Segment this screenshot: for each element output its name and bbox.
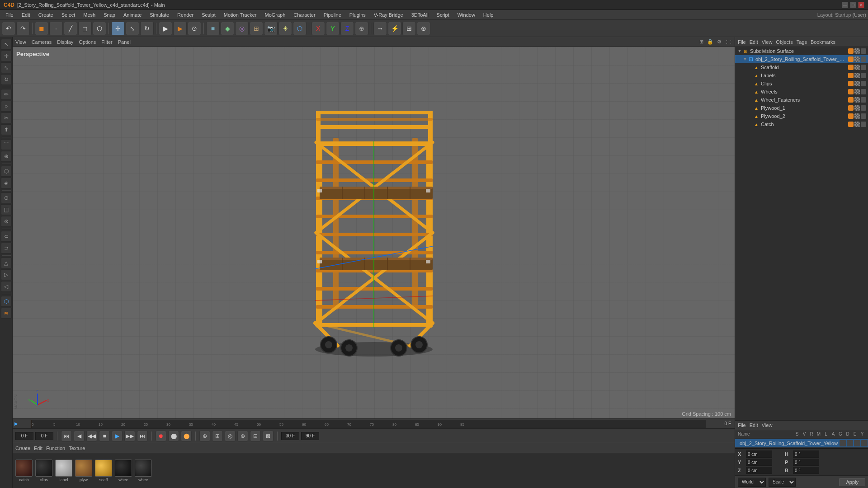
- menu-plugins[interactable]: Plugins: [346, 11, 369, 19]
- snap-tool[interactable]: ⊛: [1, 216, 12, 227]
- viewport[interactable]: Perspective: [13, 47, 735, 418]
- mat-create-tab[interactable]: Create: [15, 446, 30, 451]
- mat-s-btn[interactable]: [840, 440, 846, 446]
- obj-vis-scaffold[interactable]: [848, 65, 854, 70]
- menu-sculpt[interactable]: Sculpt: [198, 11, 219, 19]
- coord-y-input[interactable]: [746, 459, 772, 466]
- obj-row-labels[interactable]: ▲ Labels: [735, 71, 868, 80]
- obj-vis-wf[interactable]: [848, 97, 854, 103]
- rotate-tool[interactable]: ↻: [1, 74, 12, 85]
- poly-pen[interactable]: ✏: [1, 89, 12, 100]
- spline-draw[interactable]: ⌒: [1, 139, 12, 150]
- obj-row-plywood1[interactable]: ▲ Plywood_1: [735, 104, 868, 112]
- viewport-menu-cameras[interactable]: Cameras: [32, 39, 52, 45]
- obj-lock-wheels[interactable]: [854, 89, 860, 94]
- points-mode-button[interactable]: ·: [49, 22, 63, 35]
- spline-button[interactable]: ◎: [235, 22, 249, 35]
- obj-extra-catch[interactable]: [861, 122, 866, 127]
- fps-input[interactable]: [281, 432, 299, 440]
- scale-tool-button[interactable]: ⤡: [126, 22, 139, 35]
- mat-m-btn[interactable]: [861, 440, 868, 446]
- menu-select[interactable]: Select: [58, 11, 79, 19]
- obj-lock-labels[interactable]: [854, 73, 860, 78]
- obj-extra-scaffold[interactable]: [861, 65, 866, 70]
- menu-script[interactable]: Script: [433, 11, 453, 19]
- texture-tool[interactable]: ◈: [1, 178, 12, 188]
- coord-z-input[interactable]: [746, 467, 772, 474]
- extra-tool-2[interactable]: ▷: [1, 269, 12, 280]
- timeline-ruler[interactable]: 0 5 10 15 20 25 30 35 40 45 50 55 60 65 …: [31, 420, 706, 428]
- material-plywood[interactable]: plyw: [75, 460, 92, 482]
- viewport-menu-panel[interactable]: Panel: [118, 39, 131, 45]
- menu-pipeline[interactable]: Pipeline: [320, 11, 345, 19]
- polygons-mode-button[interactable]: ◻: [78, 22, 92, 35]
- render-view-button[interactable]: ▶: [159, 22, 172, 35]
- obj-view-menu[interactable]: View: [762, 39, 773, 45]
- viewport-lock-icon[interactable]: 🔒: [707, 38, 714, 46]
- z-axis-button[interactable]: Z: [340, 22, 354, 35]
- obj-vis-catch[interactable]: [848, 122, 854, 127]
- mat-file-menu[interactable]: File: [738, 422, 746, 428]
- obj-row-catch[interactable]: ▲ Catch: [735, 120, 868, 128]
- viewport-settings-icon[interactable]: ⚙: [716, 38, 723, 46]
- rotate-tool-button[interactable]: ↻: [140, 22, 154, 35]
- obj-lock-scaffold[interactable]: [854, 65, 860, 70]
- obj-row-plywood2[interactable]: ▲ Plywood_2: [735, 112, 868, 120]
- menu-snap[interactable]: Snap: [100, 11, 119, 19]
- menu-motion-tracker[interactable]: Motion Tracker: [220, 11, 260, 19]
- object-mode-button[interactable]: ◼: [35, 22, 48, 35]
- joint-tool[interactable]: ⊕: [1, 151, 12, 162]
- obj-lock-plywood1[interactable]: [854, 105, 860, 111]
- viewport-fullscreen-icon[interactable]: ⛶: [725, 38, 732, 46]
- knife-tool[interactable]: ✂: [1, 113, 12, 123]
- play-button[interactable]: ▶: [112, 431, 123, 441]
- minimize-button[interactable]: —: [842, 2, 848, 8]
- prev-frame-button[interactable]: ◀: [74, 431, 85, 441]
- obj-vis-plywood2[interactable]: [848, 113, 854, 119]
- soft-select[interactable]: ⊙: [1, 192, 12, 203]
- coord-system-dropdown[interactable]: World Local Screen: [738, 478, 766, 487]
- y-axis-button[interactable]: Y: [326, 22, 340, 35]
- apply-button[interactable]: Apply: [839, 478, 865, 486]
- deformer-button[interactable]: ⊞: [250, 22, 263, 35]
- maximize-button[interactable]: □: [850, 2, 856, 8]
- obj-vis-clips[interactable]: [848, 81, 854, 86]
- obj-vis-subdivision[interactable]: [848, 48, 854, 54]
- mat-v-btn[interactable]: [847, 440, 853, 446]
- obj-vis-labels[interactable]: [848, 73, 854, 78]
- next-frame-button[interactable]: ▶▶: [124, 431, 135, 441]
- scale-tool[interactable]: ⤡: [1, 62, 12, 73]
- material-catch[interactable]: catch: [15, 460, 33, 482]
- grid-button[interactable]: ⊞: [402, 22, 416, 35]
- stop-button[interactable]: ■: [99, 431, 110, 441]
- motion-btn-2[interactable]: ⊞: [212, 431, 223, 441]
- obj-extra-labels[interactable]: [861, 73, 866, 78]
- obj-row-wheels[interactable]: ▲ Wheels: [735, 88, 868, 96]
- transform-mode-dropdown[interactable]: Scale Move Rotate: [769, 478, 796, 487]
- material-clips[interactable]: clips: [35, 460, 52, 482]
- menu-vray[interactable]: V-Ray Bridge: [370, 11, 407, 19]
- menu-simulate[interactable]: Simulate: [146, 11, 173, 19]
- obj-extra-wheels[interactable]: [861, 89, 866, 94]
- obj-vis-main[interactable]: [848, 56, 854, 62]
- coord-x-input[interactable]: [746, 450, 772, 458]
- material-wheel2[interactable]: whee: [135, 460, 152, 482]
- menu-mograph[interactable]: MoGraph: [261, 11, 289, 19]
- obj-row-wheel-fasteners[interactable]: ▲ Wheel_Fasteners: [735, 96, 868, 104]
- menu-character[interactable]: Character: [290, 11, 319, 19]
- obj-lock-catch[interactable]: [854, 122, 860, 127]
- menu-edit[interactable]: Edit: [18, 11, 34, 19]
- move-tool[interactable]: ✛: [1, 51, 12, 61]
- obj-objects-menu[interactable]: Objects: [776, 39, 793, 45]
- world-axis-button[interactable]: ⊕: [355, 22, 368, 35]
- viewport-menu-filter[interactable]: Filter: [101, 39, 112, 45]
- light-button[interactable]: ☀: [278, 22, 292, 35]
- coord-h-input[interactable]: [793, 450, 819, 458]
- redo-button[interactable]: ↷: [16, 22, 30, 35]
- viewport-maximize-icon[interactable]: ⊞: [698, 38, 705, 46]
- extra-tool-1[interactable]: △: [1, 258, 12, 268]
- obj-row-scaffold[interactable]: ▲ Scaffold: [735, 63, 868, 71]
- move-tool-button[interactable]: ✛: [111, 22, 125, 35]
- obj-extra-clips[interactable]: [861, 81, 866, 86]
- keyframe-button[interactable]: ⬤: [168, 431, 179, 441]
